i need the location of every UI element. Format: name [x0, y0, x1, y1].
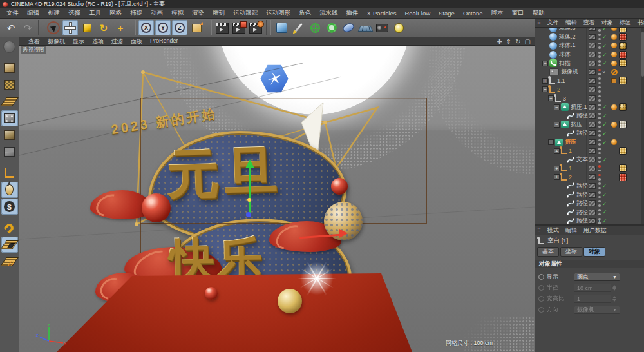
y-axis-handle[interactable]: [249, 167, 251, 213]
phong-tag-icon[interactable]: [611, 122, 617, 128]
enabled-check-icon[interactable]: ✓: [602, 157, 607, 163]
tab-坐标[interactable]: 坐标: [560, 247, 582, 257]
expander-icon[interactable]: +: [542, 78, 548, 84]
pan-view-icon[interactable]: ✚: [497, 38, 502, 45]
layer-square[interactable]: [589, 183, 596, 189]
dropdown[interactable]: 摄像机▼: [574, 306, 620, 314]
points-mode-icon[interactable]: [1, 110, 18, 126]
menu-item[interactable]: 编辑: [565, 226, 577, 235]
menu-item[interactable]: 对象: [601, 19, 613, 27]
pen-spline-icon[interactable]: [290, 20, 306, 35]
environment-objects-icon[interactable]: [341, 20, 356, 35]
toggle-view-icon[interactable]: ▢: [525, 38, 531, 45]
y-axis-arrowhead[interactable]: [245, 159, 254, 168]
number-field[interactable]: 1: [574, 295, 611, 303]
material-tag[interactable]: [619, 121, 627, 128]
stepper[interactable]: [612, 295, 617, 303]
menu-item[interactable]: 标签: [620, 19, 631, 27]
object-row[interactable]: +1.1: [535, 77, 644, 86]
layer-square[interactable]: [589, 148, 596, 154]
visibility-dots[interactable]: [598, 60, 601, 66]
object-row[interactable]: 路径 78✓: [535, 129, 644, 138]
menu-item[interactable]: 渲染: [192, 9, 204, 17]
layer-square[interactable]: [589, 200, 596, 206]
menu-item[interactable]: 用户数据: [583, 226, 607, 235]
menu-item[interactable]: 窗口: [512, 9, 524, 17]
panel-handle-icon[interactable]: ⠿: [537, 20, 541, 26]
layer-square[interactable]: [589, 130, 596, 136]
visibility-dots[interactable]: [598, 52, 601, 58]
enabled-check-icon[interactable]: ✓: [602, 121, 607, 128]
layer-square[interactable]: [589, 157, 596, 162]
protection-tag-icon[interactable]: [611, 69, 618, 75]
material-tag[interactable]: [619, 77, 627, 84]
material-tag[interactable]: [619, 147, 627, 155]
layer-square[interactable]: [589, 95, 596, 101]
visibility-dots[interactable]: [598, 34, 601, 40]
expander-icon[interactable]: +: [554, 148, 560, 154]
object-row[interactable]: −3: [535, 94, 644, 103]
enabled-check-icon[interactable]: ✓: [602, 113, 607, 119]
layer-square[interactable]: [589, 113, 596, 119]
visibility-dots[interactable]: [598, 104, 601, 110]
menu-item[interactable]: 选择: [68, 9, 80, 17]
layer-square[interactable]: [589, 139, 596, 145]
menu-item[interactable]: ProRender: [150, 37, 178, 46]
tab-基本[interactable]: 基本: [537, 247, 559, 257]
orange-tag[interactable]: [611, 78, 616, 83]
enabled-check-icon[interactable]: ✓: [602, 139, 607, 146]
object-row[interactable]: +2: [535, 173, 644, 182]
tab-对象[interactable]: 对象: [583, 247, 605, 257]
coordinate-system-icon[interactable]: [189, 20, 204, 35]
menu-item[interactable]: 编辑: [565, 19, 577, 27]
menu-item[interactable]: 雕刻: [213, 9, 225, 17]
section-header[interactable]: 对象属性: [535, 260, 644, 268]
visibility-dots[interactable]: [598, 121, 601, 128]
rotate-view-icon[interactable]: ↻: [515, 38, 520, 45]
scrollbar[interactable]: [641, 28, 644, 224]
menu-item[interactable]: 模拟: [171, 9, 184, 17]
menu-item[interactable]: X-Particles: [367, 10, 397, 17]
material-tag[interactable]: [619, 28, 627, 32]
menu-item[interactable]: 运动跟踪: [233, 9, 258, 17]
expander-icon[interactable]: +: [554, 174, 560, 180]
layer-square[interactable]: [589, 122, 596, 128]
menu-item[interactable]: 角色: [299, 9, 311, 17]
workplane-local-icon[interactable]: [1, 253, 18, 269]
subdivision-surface-icon[interactable]: [307, 20, 323, 35]
menu-item[interactable]: 模式: [547, 226, 559, 235]
visibility-dots[interactable]: [598, 157, 601, 163]
menu-item[interactable]: 插件: [346, 9, 359, 17]
texture-mode-icon[interactable]: [1, 77, 18, 93]
material-tag[interactable]: [619, 33, 627, 41]
expander-icon[interactable]: +: [542, 61, 548, 66]
panel-handle-icon[interactable]: ⠿: [537, 228, 541, 233]
rotate-tool-icon[interactable]: ↻: [96, 20, 111, 35]
object-row[interactable]: 路径 97.1✓: [535, 217, 644, 224]
axis-handle-dot[interactable]: [247, 198, 251, 202]
material-tag[interactable]: [619, 173, 627, 181]
render-picture-viewer-icon[interactable]: [231, 20, 247, 35]
expander-icon[interactable]: −: [548, 95, 554, 101]
menu-item[interactable]: 网格: [109, 9, 122, 17]
model-mode-icon[interactable]: [1, 60, 18, 76]
object-row[interactable]: +扫描✓: [535, 59, 644, 68]
menu-item[interactable]: 帮助: [533, 9, 545, 17]
material-tag[interactable]: [619, 164, 627, 172]
axis-mode-icon[interactable]: [1, 165, 18, 181]
phong-tag-icon[interactable]: [611, 61, 617, 66]
menu-item[interactable]: 脚本: [491, 9, 504, 17]
visibility-dots[interactable]: [598, 95, 601, 102]
visibility-dots[interactable]: [598, 165, 601, 171]
layer-square[interactable]: [589, 52, 596, 57]
object-row[interactable]: 摄像机×: [535, 68, 644, 77]
expander-icon[interactable]: −: [542, 86, 548, 92]
disabled-cross-icon[interactable]: ×: [602, 69, 605, 75]
layer-square[interactable]: [589, 210, 596, 215]
visibility-dots[interactable]: [598, 191, 601, 198]
last-tool-icon[interactable]: +: [113, 20, 128, 35]
enabled-check-icon[interactable]: ✓: [602, 60, 607, 66]
render-settings-icon[interactable]: [248, 20, 263, 35]
menu-item[interactable]: 编辑: [27, 9, 39, 17]
menu-item[interactable]: RealFlow: [404, 10, 430, 17]
